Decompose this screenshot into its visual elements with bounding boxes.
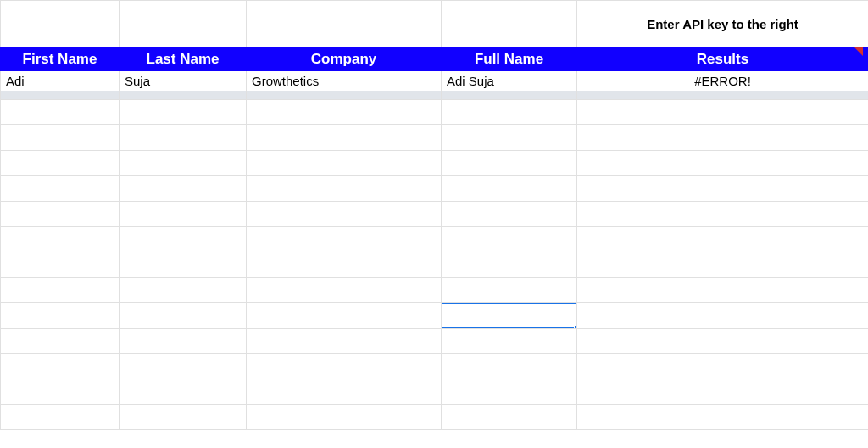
header-full-name[interactable]: Full Name — [442, 47, 577, 71]
table-row — [1, 278, 869, 303]
cell[interactable] — [120, 176, 247, 202]
cell[interactable] — [120, 303, 247, 329]
cell[interactable] — [120, 202, 247, 227]
cell[interactable] — [442, 379, 577, 405]
cell[interactable] — [577, 379, 869, 405]
cell-full-name[interactable]: Adi Suja — [442, 71, 577, 91]
cell[interactable] — [577, 176, 869, 202]
instruction-cell[interactable]: Enter API key to the right — [577, 1, 869, 47]
header-company[interactable]: Company — [247, 47, 442, 71]
table-row — [1, 227, 869, 252]
cell[interactable] — [577, 202, 869, 227]
cell[interactable] — [1, 303, 120, 329]
spreadsheet-table[interactable]: Enter API key to the right First Name La… — [0, 0, 868, 430]
cell[interactable] — [1, 354, 120, 379]
cell[interactable] — [1, 329, 120, 354]
cell[interactable] — [247, 252, 442, 278]
cell[interactable] — [442, 278, 577, 303]
header-first-name[interactable]: First Name — [1, 47, 120, 71]
cell[interactable] — [442, 354, 577, 379]
cell[interactable] — [247, 176, 442, 202]
cell[interactable] — [247, 202, 442, 227]
cell[interactable] — [247, 100, 442, 125]
cell[interactable] — [442, 202, 577, 227]
cell[interactable] — [120, 329, 247, 354]
cell[interactable] — [1, 227, 120, 252]
cell[interactable] — [247, 91, 442, 100]
cell[interactable] — [442, 252, 577, 278]
cell[interactable] — [1, 1, 120, 47]
table-row — [1, 379, 869, 405]
cell[interactable] — [1, 202, 120, 227]
cell[interactable] — [577, 405, 869, 430]
cell[interactable] — [1, 125, 120, 151]
header-last-name[interactable]: Last Name — [120, 47, 247, 71]
cell[interactable] — [577, 354, 869, 379]
cell[interactable] — [120, 151, 247, 176]
cell[interactable] — [247, 354, 442, 379]
cell-company[interactable]: Growthetics — [247, 71, 442, 91]
cell[interactable] — [120, 91, 247, 100]
cell[interactable] — [442, 1, 577, 47]
table-row — [1, 125, 869, 151]
cell[interactable] — [1, 91, 120, 100]
cell[interactable] — [1, 379, 120, 405]
cell[interactable] — [577, 151, 869, 176]
cell-first-name[interactable]: Adi — [1, 71, 120, 91]
cell[interactable] — [120, 100, 247, 125]
cell[interactable] — [247, 379, 442, 405]
cell[interactable] — [1, 252, 120, 278]
instruction-row: Enter API key to the right — [1, 1, 869, 47]
cell[interactable] — [442, 91, 577, 100]
selected-cell[interactable] — [442, 303, 577, 329]
cell[interactable] — [247, 1, 442, 47]
cell[interactable] — [1, 278, 120, 303]
cell[interactable] — [577, 227, 869, 252]
cell[interactable] — [247, 405, 442, 430]
cell[interactable] — [1, 151, 120, 176]
table-row — [1, 202, 869, 227]
cell[interactable] — [247, 151, 442, 176]
cell[interactable] — [577, 252, 869, 278]
cell[interactable] — [442, 151, 577, 176]
header-row: First Name Last Name Company Full Name R… — [1, 47, 869, 71]
cell[interactable] — [442, 100, 577, 125]
cell[interactable] — [442, 176, 577, 202]
cell-last-name[interactable]: Suja — [120, 71, 247, 91]
cell[interactable] — [577, 303, 869, 329]
header-results[interactable]: Results — [577, 47, 869, 71]
cell[interactable] — [247, 303, 442, 329]
cell[interactable] — [442, 227, 577, 252]
cell[interactable] — [247, 278, 442, 303]
table-row — [1, 252, 869, 278]
cell[interactable] — [120, 227, 247, 252]
error-indicator-icon — [854, 47, 863, 56]
cell[interactable] — [577, 100, 869, 125]
table-row — [1, 303, 869, 329]
cell[interactable] — [120, 405, 247, 430]
cell[interactable] — [1, 176, 120, 202]
cell[interactable] — [247, 125, 442, 151]
cell[interactable] — [120, 379, 247, 405]
cell[interactable] — [120, 1, 247, 47]
selection-handle[interactable] — [574, 325, 577, 329]
cell[interactable] — [120, 252, 247, 278]
cell[interactable] — [120, 125, 247, 151]
cell-results[interactable]: #ERROR! — [577, 71, 869, 91]
cell[interactable] — [442, 329, 577, 354]
table-row — [1, 405, 869, 430]
spacer-row — [1, 91, 869, 100]
cell[interactable] — [442, 405, 577, 430]
cell[interactable] — [442, 125, 577, 151]
cell[interactable] — [1, 405, 120, 430]
cell[interactable] — [577, 125, 869, 151]
cell[interactable] — [577, 329, 869, 354]
cell[interactable] — [120, 278, 247, 303]
cell[interactable] — [247, 227, 442, 252]
cell[interactable] — [120, 354, 247, 379]
cell[interactable] — [577, 278, 869, 303]
cell[interactable] — [247, 329, 442, 354]
cell[interactable] — [1, 100, 120, 125]
cell[interactable] — [577, 91, 869, 100]
table-row — [1, 329, 869, 354]
